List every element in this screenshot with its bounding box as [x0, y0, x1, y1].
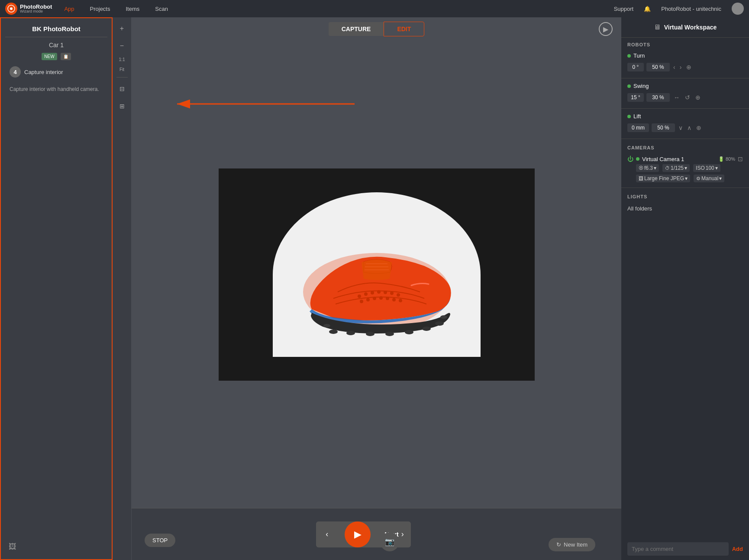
lift-percent-input[interactable]	[652, 123, 675, 132]
step-number: 4	[10, 66, 21, 78]
user-name[interactable]: PhotoRobot - unitechnic	[658, 4, 725, 14]
format-value: Large Fine JPEG	[644, 175, 684, 181]
swing-status-dot	[627, 84, 631, 88]
shutter-icon: ⏱	[665, 165, 670, 171]
camera-header-row: ⏻ Virtual Camera 1 🔋 80% ⊡	[627, 155, 743, 162]
ratio-label[interactable]: 1:1	[119, 57, 125, 62]
svg-point-9	[346, 331, 355, 335]
capture-camera-button[interactable]: 📷	[380, 532, 399, 551]
mode-setting[interactable]: ⚙ Manual ▾	[694, 175, 724, 182]
mode-icon: ⚙	[696, 176, 701, 181]
robots-section-title: ROBOTS	[621, 38, 749, 50]
sidebar-title: BK PhotoRobot	[5, 23, 107, 34]
main-layout: BK PhotoRobot Car 1 NEW 📋 4 Capture inte…	[0, 17, 749, 560]
camera-view-icon[interactable]: ⊡	[738, 155, 743, 162]
avatar[interactable]	[732, 3, 744, 15]
lights-section: All folders	[621, 202, 749, 215]
notes-button[interactable]: 📋	[61, 53, 71, 60]
swing-icon-2[interactable]: ↺	[684, 93, 691, 102]
canvas-bottom-bar: STOP ‹ ▶ Next › 📷	[132, 508, 621, 560]
svg-point-20	[377, 290, 381, 294]
svg-point-18	[364, 292, 368, 296]
sidebar-photo-icon[interactable]: 🖼	[5, 539, 107, 555]
camera-power-icon[interactable]: ⏻	[627, 155, 633, 162]
lights-section-title: LIGHTS	[621, 190, 749, 202]
nav-projects[interactable]: Projects	[87, 4, 114, 14]
shoe-image-wrapper	[219, 168, 535, 381]
edit-tab[interactable]: EDIT	[384, 22, 424, 36]
format-dropdown-icon: ▾	[685, 175, 688, 181]
lift-status-dot	[627, 115, 631, 118]
turn-robot-name: Turn	[627, 52, 743, 59]
swing-icon-1[interactable]: ↔	[672, 93, 681, 102]
turn-target-icon[interactable]: ⊕	[685, 62, 693, 72]
lift-down-arrow[interactable]: ∨	[678, 123, 684, 132]
fit-label[interactable]: Fit	[119, 67, 124, 72]
camera-settings-row: ⦿ f6.3 ▾ ⏱ 1/125 ▾ ISO 100 ▾	[627, 162, 743, 173]
mode-value: Manual	[701, 175, 718, 181]
svg-point-13	[422, 327, 431, 331]
stop-button[interactable]: STOP	[145, 534, 175, 547]
lift-up-arrow[interactable]: ∧	[686, 123, 692, 132]
logo-icon	[5, 3, 17, 15]
aperture-icon: ⦿	[639, 165, 643, 171]
camera-status-dot	[636, 157, 639, 161]
play-button[interactable]: ▶	[345, 521, 371, 547]
format-icon: 🖼	[639, 176, 643, 181]
sidebar-action-icons: NEW 📋	[5, 50, 107, 63]
sidebar-divider	[5, 37, 107, 37]
turn-status-dot	[627, 54, 631, 58]
zoom-out-button[interactable]: −	[116, 40, 128, 52]
svg-point-21	[384, 291, 387, 294]
left-toolbar: + − 1:1 Fit ⊟ ⊞	[113, 17, 132, 560]
add-comment-button[interactable]: Add	[732, 546, 743, 552]
nav-items[interactable]: Items	[122, 4, 143, 14]
format-setting[interactable]: 🖼 Large Fine JPEG ▾	[636, 175, 690, 182]
nav-app[interactable]: App	[61, 4, 77, 14]
iso-setting[interactable]: ISO 100 ▾	[693, 164, 720, 172]
svg-point-17	[358, 295, 361, 298]
lift-mm-input[interactable]	[627, 123, 649, 132]
logo[interactable]: PhotoRobot Wizard mode	[5, 3, 52, 15]
swing-robot-name: Swing	[627, 83, 743, 89]
monitor-icon: 🖥	[654, 23, 661, 31]
sidebar: BK PhotoRobot Car 1 NEW 📋 4 Capture inte…	[0, 17, 113, 560]
prev-button[interactable]: ‹	[316, 521, 338, 547]
swing-percent-input[interactable]	[646, 93, 670, 102]
turn-next-arrow[interactable]: ›	[679, 63, 683, 71]
canvas-play-button[interactable]: ▶	[599, 22, 613, 36]
capture-tab[interactable]: CAPTURE	[329, 22, 384, 36]
shutter-setting[interactable]: ⏱ 1/125 ▾	[662, 164, 690, 172]
svg-point-11	[385, 332, 394, 336]
svg-point-22	[390, 291, 394, 295]
svg-point-8	[329, 330, 338, 334]
turn-prev-arrow[interactable]: ‹	[672, 63, 676, 71]
iso-label: ISO	[696, 165, 705, 171]
lift-target-icon[interactable]: ⊕	[695, 123, 703, 133]
svg-point-29	[392, 298, 396, 301]
notification-icon[interactable]: 🔔	[644, 6, 651, 12]
shutter-value: 1/125	[671, 165, 684, 171]
zoom-in-button[interactable]: +	[116, 23, 128, 35]
support-link[interactable]: Support	[610, 4, 637, 14]
svg-point-19	[371, 291, 374, 295]
canvas-header: CAPTURE EDIT ▶	[132, 17, 621, 41]
lift-robot-row: Lift ∨ ∧ ⊕	[621, 110, 749, 137]
canvas-area: CAPTURE EDIT ▶	[132, 17, 621, 560]
shoe-image	[294, 205, 459, 344]
toolbar-separator	[116, 77, 128, 78]
camera-battery: 🔋 80%	[718, 156, 735, 162]
turn-percent-input[interactable]	[646, 63, 670, 71]
svg-point-12	[405, 330, 413, 334]
aperture-setting[interactable]: ⦿ f6.3 ▾	[636, 164, 659, 172]
comment-input[interactable]	[627, 542, 729, 556]
canvas-image-area	[132, 41, 621, 508]
swing-degree-input[interactable]	[627, 93, 644, 102]
swing-target-icon[interactable]: ⊕	[694, 93, 702, 102]
new-item-button[interactable]: ↻ New Item	[549, 538, 595, 551]
nav-scan[interactable]: Scan	[152, 4, 171, 14]
turn-degree-input[interactable]	[627, 63, 644, 71]
new-button[interactable]: NEW	[42, 53, 57, 60]
grid-button[interactable]: ⊞	[116, 100, 128, 112]
panel-toggle-button[interactable]: ⊟	[116, 83, 128, 95]
